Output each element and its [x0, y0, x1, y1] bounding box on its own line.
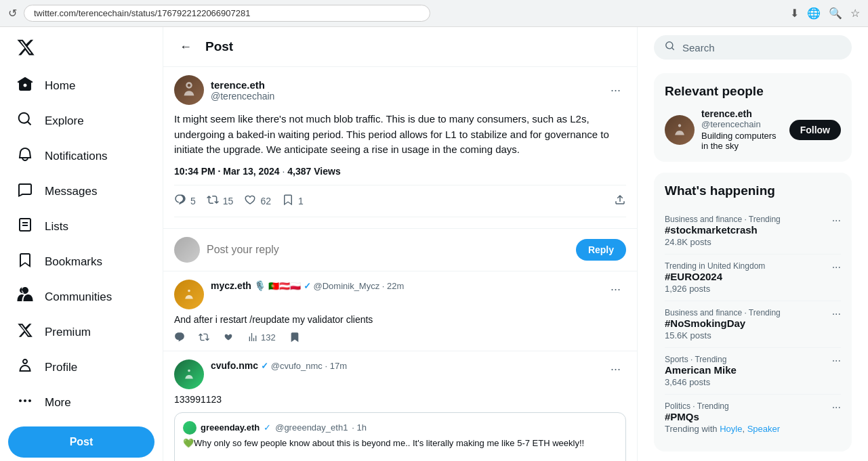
- sidebar-item-communities[interactable]: Communities: [8, 280, 154, 314]
- trending-link-hoyle[interactable]: Hoyle: [720, 424, 742, 434]
- tweet-author-info: terence.eth @terencechain: [211, 79, 598, 102]
- tweet-author-row: terence.eth @terencechain ···: [174, 75, 626, 105]
- trending-item-stockmarket[interactable]: Business and finance · Trending #stockma…: [665, 208, 841, 255]
- trending-count-3: 3,646 posts: [665, 377, 737, 387]
- communities-icon: [16, 287, 34, 307]
- reply-mycz-more[interactable]: ···: [605, 280, 626, 299]
- quoted-text: 💚Why only so few people know about this …: [183, 437, 617, 461]
- messages-icon: [16, 181, 34, 202]
- trending-item-euro[interactable]: Trending in United Kingdom #EURO2024 1,9…: [665, 255, 841, 301]
- lists-icon: [16, 217, 34, 237]
- reply-mycz-name[interactable]: mycz.eth 🎙️ 🇵🇹🇦🇹🇵🇱 ✓: [211, 280, 313, 291]
- sidebar-item-more[interactable]: More: [8, 386, 154, 420]
- trending-more-1[interactable]: ···: [832, 261, 841, 273]
- bookmark-icon[interactable]: ☆: [850, 7, 860, 20]
- sidebar-item-notifications[interactable]: Notifications: [8, 139, 154, 173]
- reply-cvufo-name[interactable]: cvufo.nmc ✓: [211, 360, 271, 371]
- trending-more-2[interactable]: ···: [832, 308, 841, 320]
- profile-icon: [16, 357, 34, 378]
- trending-cat-4: Politics · Trending: [665, 401, 780, 411]
- lists-label: Lists: [45, 220, 68, 234]
- trending-item-pmqs[interactable]: Politics · Trending #PMQs Trending with …: [665, 395, 841, 441]
- rel-person-info: terence.eth @terencechain Building compu…: [701, 108, 783, 151]
- reply-mycz-text: And after i restart /reupdate my validat…: [174, 313, 626, 327]
- sidebar-item-bookmarks[interactable]: Bookmarks: [8, 245, 154, 279]
- tweet-author-avatar[interactable]: [174, 75, 204, 105]
- trending-more-3[interactable]: ···: [832, 355, 841, 367]
- trending-cat-2: Business and finance · Trending: [665, 308, 781, 317]
- reply-cvufo-more[interactable]: ···: [605, 359, 626, 379]
- search-icon: [665, 41, 676, 54]
- reply-cvufo-info: cvufo.nmc ✓ @cvufo_nmc · 17m: [211, 359, 598, 372]
- trending-link-speaker[interactable]: Speaker: [747, 424, 780, 434]
- reply-action-views: 132: [247, 332, 276, 343]
- trending-more-0[interactable]: ···: [832, 215, 841, 227]
- reply-author-row: mycz.eth 🎙️ 🇵🇹🇦🇹🇵🇱 ✓ @Dominik_Mycz · 22m…: [174, 280, 626, 309]
- notifications-icon: [16, 146, 34, 167]
- sidebar-item-home[interactable]: Home: [8, 69, 154, 103]
- search-input[interactable]: [682, 42, 841, 53]
- bookmark-stat-icon: [282, 194, 294, 208]
- reply-action-like[interactable]: [223, 332, 234, 343]
- relevant-people-widget: Relevant people terence.eth @terencechai…: [654, 73, 852, 162]
- reply-avatar-cvufo[interactable]: [174, 359, 204, 389]
- zoom-icon[interactable]: 🔍: [829, 7, 842, 20]
- tweet-author-name[interactable]: terence.eth: [211, 79, 598, 91]
- reply-button[interactable]: Reply: [576, 239, 626, 261]
- back-nav-icon[interactable]: ↺: [8, 7, 17, 20]
- reply-avatar-mycz[interactable]: [174, 280, 204, 309]
- back-button[interactable]: ←: [174, 35, 197, 58]
- reply-avatar: [174, 237, 200, 263]
- messages-label: Messages: [45, 185, 97, 198]
- trending-item-americanmike[interactable]: Sports · Trending American Mike 3,646 po…: [665, 348, 841, 395]
- tweet-author-handle[interactable]: @terencechain: [211, 91, 598, 102]
- reply-views-count: 132: [261, 332, 276, 343]
- trending-count-1: 1,926 posts: [665, 284, 765, 294]
- reply-action-bookmark[interactable]: [289, 332, 300, 343]
- sidebar-item-explore[interactable]: Explore: [8, 104, 154, 138]
- bookmarks-stat[interactable]: 1: [282, 194, 304, 208]
- quoted-tweet[interactable]: greeenday.eth ✓ @greeenday_eth1 · 1h 💚Wh…: [174, 412, 626, 461]
- replies-stat[interactable]: 5: [174, 194, 196, 208]
- sidebar-item-messages[interactable]: Messages: [8, 175, 154, 208]
- sidebar-item-premium[interactable]: Premium: [8, 315, 154, 349]
- retweet-icon: [207, 194, 219, 208]
- translate-icon[interactable]: 🌐: [807, 7, 821, 20]
- reply-input[interactable]: [207, 244, 569, 256]
- verified-badge: ✓: [304, 281, 311, 291]
- tweet-meta: 10:34 PM · Mar 13, 2024 · 4,387 Views: [174, 166, 626, 177]
- post-button[interactable]: Post: [8, 426, 154, 458]
- trending-cat-3: Sports · Trending: [665, 355, 737, 364]
- rel-person-handle[interactable]: @terencechain: [701, 119, 783, 129]
- trending-tag-4: #PMQs: [665, 411, 780, 422]
- retweets-count: 15: [223, 196, 234, 206]
- bookmarks-label: Bookmarks: [45, 255, 102, 269]
- reply-mycz-meta: @Dominik_Mycz · 22m: [313, 281, 404, 291]
- rel-avatar[interactable]: [665, 115, 695, 145]
- relevant-person: terence.eth @terencechain Building compu…: [665, 108, 841, 151]
- explore-label: Explore: [45, 114, 84, 128]
- trending-count-4: Trending with Hoyle, Speaker: [665, 424, 780, 434]
- trending-item-nosmoking[interactable]: Business and finance · Trending #NoSmoki…: [665, 301, 841, 348]
- home-icon: [16, 76, 34, 96]
- whats-happening-title: What's happening: [665, 183, 841, 198]
- bookmarks-icon: [16, 252, 34, 272]
- reply-action-retweet[interactable]: [199, 332, 209, 343]
- cvufo-verified: ✓: [261, 361, 268, 371]
- download-icon[interactable]: ⬇: [790, 7, 799, 20]
- quoted-avatar: [183, 421, 197, 435]
- reply-action-comment[interactable]: [174, 332, 185, 343]
- sidebar-item-lists[interactable]: Lists: [8, 210, 154, 244]
- retweets-stat[interactable]: 15: [207, 194, 234, 208]
- x-logo[interactable]: [8, 32, 154, 65]
- share-button[interactable]: [614, 194, 626, 208]
- trending-more-4[interactable]: ···: [832, 401, 841, 414]
- search-bar[interactable]: [654, 35, 852, 60]
- url-bar[interactable]: twitter.com/terencechain/status/17679221…: [24, 5, 430, 22]
- likes-stat[interactable]: 62: [244, 194, 271, 208]
- rel-person-name[interactable]: terence.eth: [701, 108, 783, 119]
- sidebar-item-profile[interactable]: Profile: [8, 351, 154, 385]
- reply-cvufo-meta: @cvufo_nmc · 17m: [271, 361, 347, 371]
- tweet-more-button[interactable]: ···: [605, 81, 626, 100]
- follow-button[interactable]: Follow: [789, 120, 841, 140]
